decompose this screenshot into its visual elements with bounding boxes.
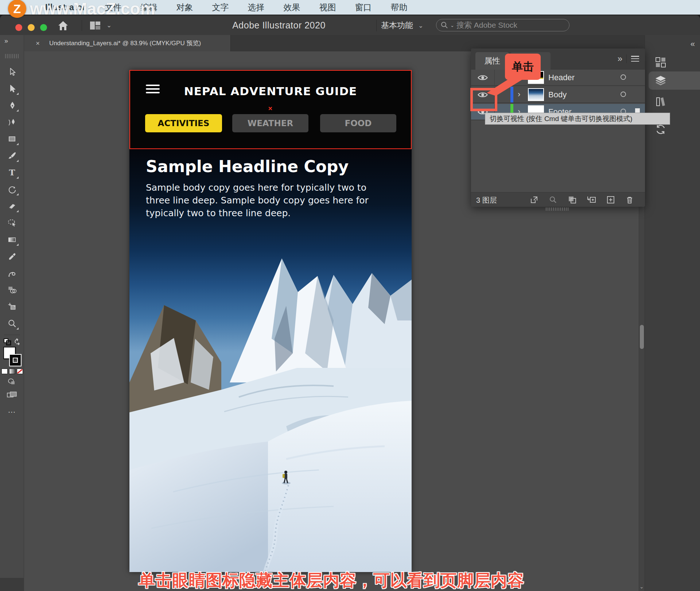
pen-tool[interactable] — [4, 97, 20, 114]
new-sublayer-icon[interactable] — [587, 195, 596, 205]
arrange-documents-chevron-icon[interactable]: ⌄ — [106, 22, 112, 29]
layer-thumbnail-body — [528, 88, 544, 101]
artboard-body-layer[interactable]: Sample Headline Copy Sample body copy go… — [129, 149, 412, 572]
delete-layer-icon[interactable] — [625, 195, 634, 205]
macos-menu-bar: Illustrator 文件 编辑 对象 文字 选择 效果 视图 窗口 帮助 — [0, 0, 700, 15]
edit-toolbar-ellipsis-icon[interactable]: … — [8, 405, 16, 415]
export-panel-icon[interactable] — [654, 56, 667, 69]
menu-item-select[interactable]: 选择 — [248, 2, 265, 13]
layers-panel-footer: 3 图层 — [471, 192, 645, 207]
toolbar: » T — [0, 35, 24, 578]
color-mode-chips — [1, 369, 23, 374]
menu-item-view[interactable]: 视图 — [319, 2, 336, 13]
menu-item-object[interactable]: 对象 — [176, 2, 193, 13]
window-title: Adobe Illustrator 2020 — [215, 20, 343, 31]
paintbrush-tool[interactable] — [4, 147, 20, 164]
workspace-chevron-icon: ⌄ — [418, 22, 423, 30]
shapes-tool[interactable] — [4, 281, 20, 298]
layer-name[interactable]: Header — [548, 73, 575, 82]
zoom-tool[interactable] — [4, 315, 20, 332]
artboard-body-copy: Sample body copy goes here for typically… — [146, 181, 379, 219]
artboard-tool[interactable] — [4, 298, 20, 315]
search-icon — [441, 22, 448, 29]
close-window-button[interactable] — [15, 24, 22, 31]
gradient-chip[interactable] — [9, 369, 15, 374]
layers-panel: 属性 » › Header — [471, 48, 645, 207]
menu-item-help[interactable]: 帮助 — [391, 2, 408, 13]
libraries-panel-icon[interactable] — [654, 96, 667, 108]
direct-selection-tool[interactable] — [4, 80, 20, 97]
selection-anchor-icon: ✕ — [268, 105, 273, 112]
draw-behind-icon[interactable] — [7, 391, 18, 400]
workspace-label: 基本功能 — [381, 20, 413, 31]
eyedropper-tool[interactable] — [4, 248, 20, 265]
collapse-panels-icon[interactable]: « — [691, 39, 694, 49]
artboard[interactable]: NEPAL ADVENTURE GUIDE ACTIVITIES WEATHER… — [129, 70, 412, 572]
target-circle-icon[interactable] — [621, 92, 626, 97]
minimize-window-button[interactable] — [28, 24, 35, 31]
panel-expand-icon[interactable]: » — [618, 54, 622, 64]
tab-properties[interactable]: 属性 — [475, 52, 509, 70]
toolbar-grip-handle[interactable] — [5, 54, 19, 58]
click-callout: 单击 — [505, 54, 541, 80]
vertical-scrollbar-thumb[interactable] — [640, 325, 644, 349]
search-scope-chevron-icon: ⌄ — [450, 23, 454, 28]
menu-item-file[interactable]: 文件 — [105, 2, 122, 13]
appbar-divider — [82, 20, 82, 31]
screen: Illustrator 文件 编辑 对象 文字 选择 效果 视图 窗口 帮助 Z… — [0, 0, 700, 591]
type-tool[interactable]: T — [4, 164, 20, 181]
menu-item-edit[interactable]: 编辑 — [141, 2, 158, 13]
menu-app-name[interactable]: Illustrator — [45, 3, 86, 12]
close-tab-icon[interactable]: × — [36, 39, 40, 47]
highlight-box — [470, 88, 497, 111]
menu-item-window[interactable]: 窗口 — [355, 2, 372, 13]
locate-object-icon[interactable] — [548, 195, 558, 205]
width-tool[interactable] — [4, 265, 20, 281]
eraser-tool[interactable] — [4, 198, 20, 214]
search-placeholder: 搜索 Adobe Stock — [456, 20, 517, 30]
drawing-modes-icon[interactable] — [7, 378, 17, 387]
visibility-tooltip: 切换可视性 (按住 Cmd 键单击可切换视图模式) — [485, 113, 670, 125]
stroke-swatch[interactable] — [10, 355, 21, 366]
document-tab[interactable]: × Understanding_Layers.ai* @ 83.9% (CMYK… — [24, 35, 231, 51]
layers-panel-tabs: 属性 » — [471, 48, 645, 70]
curvature-tool[interactable] — [4, 114, 20, 131]
make-clipping-mask-icon[interactable] — [568, 195, 577, 205]
menu-item-type[interactable]: 文字 — [212, 2, 229, 13]
menu-item-effect[interactable]: 效果 — [284, 2, 300, 13]
zoom-window-button[interactable] — [40, 24, 47, 31]
selection-tool[interactable] — [4, 63, 20, 80]
arrange-documents-icon[interactable] — [90, 21, 101, 31]
sync-icon[interactable] — [654, 123, 667, 136]
rotate-tool[interactable] — [4, 181, 20, 198]
panel-menu-icon[interactable] — [631, 56, 639, 62]
layer-count: 3 图层 — [476, 195, 497, 205]
none-chip[interactable] — [17, 369, 23, 374]
layers-panel-icon[interactable] — [654, 74, 667, 87]
layer-name[interactable]: Body — [548, 90, 567, 100]
scroll-down-icon[interactable]: ⌄ — [639, 584, 644, 590]
workspace-switcher[interactable]: 基本功能 ⌄ — [381, 20, 423, 31]
workspace-divider — [376, 20, 377, 31]
toolbar-expand-icon[interactable]: » — [4, 37, 7, 45]
swap-fill-stroke-icon[interactable] — [3, 338, 21, 346]
adobe-stock-search-input[interactable]: ⌄ 搜索 Adobe Stock — [436, 19, 569, 31]
color-chip[interactable] — [1, 369, 8, 374]
home-icon[interactable] — [58, 20, 69, 32]
gradient-tool[interactable] — [4, 231, 20, 248]
app-bar: ⌄ Adobe Illustrator 2020 基本功能 ⌄ ⌄ 搜索 Ado… — [0, 15, 700, 35]
panel-resize-handle[interactable] — [546, 207, 568, 211]
svg-text:T: T — [9, 168, 15, 177]
target-circle-icon[interactable] — [621, 74, 626, 80]
lasso-tool[interactable] — [4, 214, 20, 231]
rectangle-tool[interactable] — [4, 131, 20, 147]
fill-stroke-indicator[interactable] — [3, 347, 22, 366]
tutorial-annotation: 单击眼睛图标隐藏主体层内容，可以看到页脚层内容 — [46, 569, 617, 591]
new-layer-icon[interactable] — [606, 195, 615, 205]
artboard-headline: Sample Headline Copy — [146, 157, 349, 176]
document-tab-title: Understanding_Layers.ai* @ 83.9% (CMYK/G… — [49, 39, 201, 47]
collect-for-export-icon[interactable] — [529, 195, 539, 205]
toolbar-divider — [4, 335, 20, 335]
panel-header-divider — [626, 54, 627, 63]
